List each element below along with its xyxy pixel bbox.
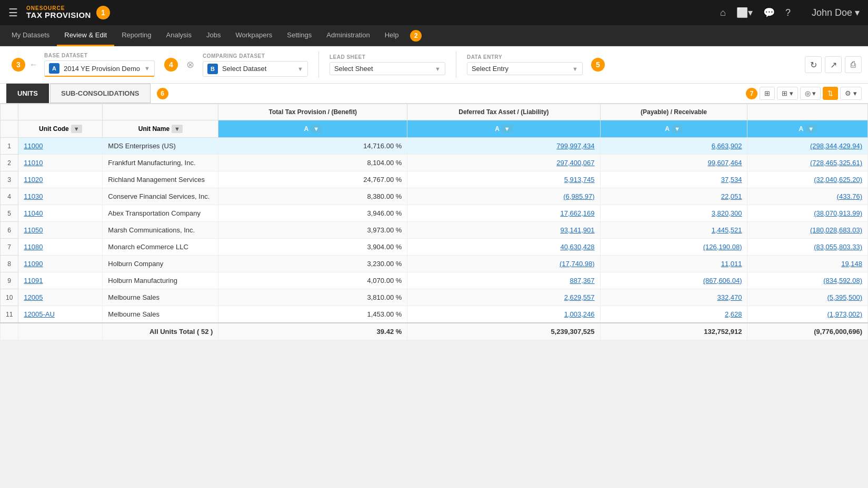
payable-7[interactable]: 19,148 bbox=[747, 256, 868, 272]
column-settings-button[interactable]: ◎ ▾ bbox=[800, 87, 821, 100]
export-button[interactable]: ↗ bbox=[825, 56, 842, 73]
lead-sheet-dropdown[interactable]: Select Sheet ▼ bbox=[330, 62, 445, 75]
provision-6[interactable]: 40,630,428 bbox=[407, 239, 600, 256]
dashboard-icon[interactable]: ⬜▾ bbox=[736, 7, 753, 18]
back-button[interactable]: ← bbox=[29, 60, 38, 69]
secondary-nav: My Datasets Review & Edit Reporting Anal… bbox=[0, 25, 868, 46]
deferred-10[interactable]: 2,628 bbox=[600, 306, 747, 323]
nav-reporting[interactable]: Reporting bbox=[114, 25, 158, 46]
nav-help[interactable]: Help bbox=[377, 25, 406, 46]
payable-3[interactable]: (433.76) bbox=[747, 188, 868, 205]
tab-sub-consolidations[interactable]: SUB-CONSOLIDATIONS bbox=[50, 84, 151, 103]
nav-analysis[interactable]: Analysis bbox=[159, 25, 199, 46]
unit-code-0[interactable]: 11000 bbox=[18, 138, 103, 155]
unit-code-1[interactable]: 11010 bbox=[18, 155, 103, 171]
payable-10[interactable]: (1,973,002) bbox=[747, 306, 868, 323]
nav-settings[interactable]: Settings bbox=[280, 25, 319, 46]
home-icon[interactable]: ⌂ bbox=[720, 7, 726, 18]
tab-units[interactable]: UNITS bbox=[6, 84, 49, 103]
deferred-1[interactable]: 99,607,464 bbox=[600, 155, 747, 171]
footer-provision: 5,239,307,525 bbox=[407, 323, 600, 340]
unit-name-filter-btn[interactable]: ▼ bbox=[172, 125, 183, 133]
base-dataset-dropdown[interactable]: A 2014 YE Provision Demo ▼ bbox=[44, 60, 155, 77]
divider bbox=[318, 52, 319, 78]
deferred-7[interactable]: 11,011 bbox=[600, 256, 747, 272]
chat-icon[interactable]: 💬 bbox=[763, 7, 775, 18]
top-bar: ☰ ONESOURCE TAX PROVISION 1 ⌂ ⬜▾ 💬 ? Joh… bbox=[0, 0, 868, 25]
top-icons: ⌂ ⬜▾ 💬 ? John Doe ▾ bbox=[720, 7, 860, 18]
unit-code-2[interactable]: 11020 bbox=[18, 171, 103, 188]
unit-code-5[interactable]: 11050 bbox=[18, 222, 103, 239]
provision-filter-btn[interactable]: ▼ bbox=[502, 125, 513, 133]
provision-2[interactable]: 5,913,745 bbox=[407, 171, 600, 188]
provision-4[interactable]: 17,662,169 bbox=[407, 205, 600, 222]
provision-1[interactable]: 297,400,067 bbox=[407, 155, 600, 171]
payable-4[interactable]: (38,070,913.99) bbox=[747, 205, 868, 222]
comparing-dataset-chevron: ▼ bbox=[297, 66, 303, 72]
deferred-5[interactable]: 1,445,521 bbox=[600, 222, 747, 239]
unit-name-10: Melbourne Sales bbox=[103, 306, 218, 323]
payable-0[interactable]: (298,344,429.94) bbox=[747, 138, 868, 155]
link-datasets-icon[interactable]: ⊗ bbox=[186, 59, 194, 70]
deferred-0[interactable]: 6,663,902 bbox=[600, 138, 747, 155]
unit-code-filter-btn[interactable]: ▼ bbox=[71, 125, 82, 133]
provision-10[interactable]: 1,003,246 bbox=[407, 306, 600, 323]
deferred-9[interactable]: 332,470 bbox=[600, 289, 747, 306]
provision-5[interactable]: 93,141,901 bbox=[407, 222, 600, 239]
print-button[interactable]: ⎙ bbox=[845, 56, 862, 73]
deferred-3[interactable]: 22,051 bbox=[600, 188, 747, 205]
filter-button[interactable]: ⇅ bbox=[823, 87, 838, 100]
unit-code-10[interactable]: 12005-AU bbox=[18, 306, 103, 323]
unit-code-7[interactable]: 11090 bbox=[18, 256, 103, 272]
user-name[interactable]: John Doe ▾ bbox=[812, 7, 860, 18]
provision-3[interactable]: (6,985.97) bbox=[407, 188, 600, 205]
nav-review-edit[interactable]: Review & Edit bbox=[57, 25, 114, 46]
payable-9[interactable]: (5,395,500) bbox=[747, 289, 868, 306]
unit-code-3[interactable]: 11030 bbox=[18, 188, 103, 205]
deferred-8[interactable]: (867,606.04) bbox=[600, 272, 747, 289]
provision-9[interactable]: 2,629,557 bbox=[407, 289, 600, 306]
unit-name-9: Melbourne Sales bbox=[103, 289, 218, 306]
unit-code-9[interactable]: 12005 bbox=[18, 289, 103, 306]
nav-workpapers[interactable]: Workpapers bbox=[228, 25, 280, 46]
unit-name-4: Abex Transportation Company bbox=[103, 205, 218, 222]
payable-filter-btn[interactable]: ▼ bbox=[805, 125, 816, 133]
step-badge-2: 2 bbox=[410, 30, 422, 42]
refresh-button[interactable]: ↻ bbox=[805, 56, 822, 73]
payable-6[interactable]: (83,055,803.33) bbox=[747, 239, 868, 256]
provision-7[interactable]: (17,740.98) bbox=[407, 256, 600, 272]
hamburger-icon[interactable]: ☰ bbox=[8, 6, 18, 19]
rate-filter-btn[interactable]: ▼ bbox=[311, 125, 322, 133]
deferred-2[interactable]: 37,534 bbox=[600, 171, 747, 188]
comparing-dataset-dropdown[interactable]: B Select Dataset ▼ bbox=[203, 61, 308, 77]
payable-8[interactable]: (834,592.08) bbox=[747, 272, 868, 289]
row-num-4: 5 bbox=[1, 205, 18, 222]
payable-5[interactable]: (180,028,683.03) bbox=[747, 222, 868, 239]
table-row: 10 12005 Melbourne Sales 3,810.00 % 2,62… bbox=[1, 289, 868, 306]
base-dataset-section: BASE DATASET A 2014 YE Provision Demo ▼ bbox=[44, 53, 155, 77]
provision-8[interactable]: 887,367 bbox=[407, 272, 600, 289]
row-num-header bbox=[1, 104, 18, 120]
deferred-4[interactable]: 3,820,300 bbox=[600, 205, 747, 222]
payable-2[interactable]: (32,040,625.20) bbox=[747, 171, 868, 188]
unit-code-8[interactable]: 11091 bbox=[18, 272, 103, 289]
nav-jobs[interactable]: Jobs bbox=[199, 25, 228, 46]
grid-view-button[interactable]: ⊞ ▾ bbox=[777, 87, 798, 100]
unit-code-4[interactable]: 11040 bbox=[18, 205, 103, 222]
payable-1[interactable]: (728,465,325.61) bbox=[747, 155, 868, 171]
deferred-filter-btn[interactable]: ▼ bbox=[672, 125, 683, 133]
data-entry-dropdown[interactable]: Select Entry ▼ bbox=[467, 62, 583, 75]
data-table: Total Tax Provision / (Benefit) Deferred… bbox=[0, 104, 868, 340]
unit-code-6[interactable]: 11080 bbox=[18, 239, 103, 256]
expand-button[interactable]: ⊞ bbox=[760, 87, 775, 100]
deferred-6[interactable]: (126,190.08) bbox=[600, 239, 747, 256]
nav-administration[interactable]: Administration bbox=[319, 25, 377, 46]
help-icon[interactable]: ? bbox=[785, 7, 791, 18]
provision-0[interactable]: 799,997,434 bbox=[407, 138, 600, 155]
table-row: 8 11090 Holburn Company 3,230.00 % (17,7… bbox=[1, 256, 868, 272]
col-header-row: Unit Code ▼ Unit Name ▼ A ▼ bbox=[1, 120, 868, 138]
col-unit-name-header: Unit Name ▼ bbox=[103, 120, 218, 138]
base-dataset-badge: A bbox=[49, 63, 59, 74]
settings-button[interactable]: ⚙ ▾ bbox=[840, 87, 862, 100]
nav-my-datasets[interactable]: My Datasets bbox=[4, 25, 57, 46]
